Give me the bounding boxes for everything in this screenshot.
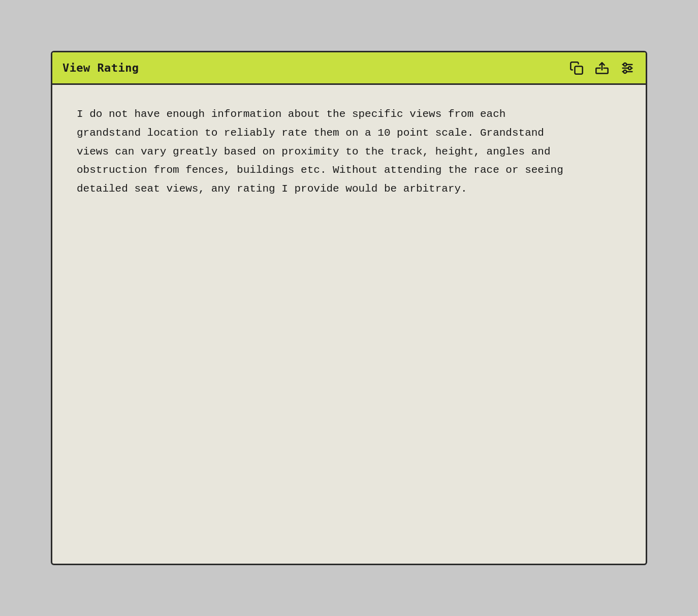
svg-rect-0 [575, 66, 583, 74]
window-title: View Rating [62, 61, 139, 74]
content-area: I do not have enough information about t… [52, 85, 646, 564]
svg-point-6 [623, 70, 626, 73]
settings-icon [620, 61, 634, 75]
export-button[interactable] [594, 60, 610, 76]
main-window: View Rating [51, 51, 647, 565]
settings-button[interactable] [619, 60, 636, 76]
toolbar-actions [568, 60, 636, 76]
copy-button[interactable] [568, 60, 585, 76]
titlebar: View Rating [52, 52, 646, 85]
copy-icon [569, 61, 584, 75]
svg-point-5 [628, 67, 631, 70]
svg-point-4 [623, 63, 626, 66]
export-icon [595, 61, 609, 75]
response-text: I do not have enough information about t… [77, 105, 621, 199]
